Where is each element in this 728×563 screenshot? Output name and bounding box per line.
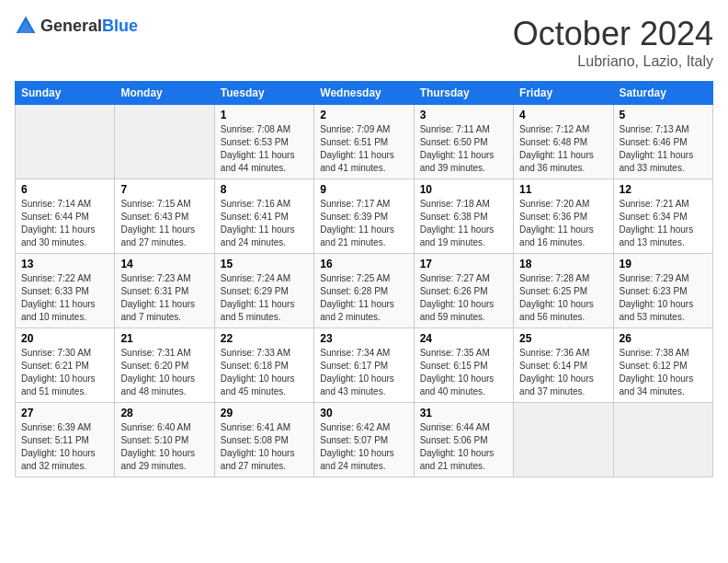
day-info: Sunrise: 6:42 AM Sunset: 5:07 PM Dayligh… (320, 421, 407, 473)
day-info: Sunrise: 6:40 AM Sunset: 5:10 PM Dayligh… (120, 421, 208, 473)
day-number: 10 (420, 183, 507, 196)
day-number: 29 (221, 407, 308, 419)
calendar-day-cell: 4Sunrise: 7:12 AM Sunset: 6:48 PM Daylig… (514, 105, 613, 179)
day-number: 21 (120, 332, 208, 345)
calendar-table: SundayMondayTuesdayWednesdayThursdayFrid… (15, 81, 713, 477)
calendar-day-cell (514, 403, 613, 477)
day-number: 12 (620, 183, 707, 196)
calendar-day-cell: 12Sunrise: 7:21 AM Sunset: 6:34 PM Dayli… (613, 179, 712, 254)
day-info: Sunrise: 7:22 AM Sunset: 6:33 PM Dayligh… (21, 272, 108, 324)
calendar-day-cell: 8Sunrise: 7:16 AM Sunset: 6:41 PM Daylig… (214, 179, 313, 254)
weekday-header-cell: Wednesday (314, 82, 414, 105)
calendar-day-cell (613, 403, 712, 477)
day-info: Sunrise: 7:28 AM Sunset: 6:25 PM Dayligh… (519, 272, 607, 324)
calendar-day-cell: 29Sunrise: 6:41 AM Sunset: 5:08 PM Dayli… (214, 403, 313, 477)
day-info: Sunrise: 7:15 AM Sunset: 6:43 PM Dayligh… (120, 198, 208, 249)
day-number: 4 (519, 109, 607, 121)
calendar-day-cell: 27Sunrise: 6:39 AM Sunset: 5:11 PM Dayli… (16, 403, 115, 477)
calendar-week-row: 20Sunrise: 7:30 AM Sunset: 6:21 PM Dayli… (16, 328, 713, 403)
calendar-day-cell: 11Sunrise: 7:20 AM Sunset: 6:36 PM Dayli… (514, 179, 613, 254)
day-info: Sunrise: 7:24 AM Sunset: 6:29 PM Dayligh… (221, 272, 308, 324)
day-info: Sunrise: 7:13 AM Sunset: 6:46 PM Dayligh… (620, 123, 707, 175)
day-number: 7 (120, 183, 208, 196)
day-info: Sunrise: 7:16 AM Sunset: 6:41 PM Dayligh… (221, 198, 308, 249)
weekday-header-cell: Tuesday (214, 82, 313, 105)
day-number: 9 (320, 183, 407, 196)
calendar-week-row: 6Sunrise: 7:14 AM Sunset: 6:44 PM Daylig… (16, 179, 713, 254)
day-info: Sunrise: 7:27 AM Sunset: 6:26 PM Dayligh… (420, 272, 507, 324)
weekday-header-cell: Thursday (414, 82, 513, 105)
day-info: Sunrise: 7:09 AM Sunset: 6:51 PM Dayligh… (320, 123, 407, 175)
day-info: Sunrise: 7:35 AM Sunset: 6:15 PM Dayligh… (420, 347, 507, 398)
day-number: 31 (420, 407, 507, 419)
day-number: 11 (519, 183, 607, 196)
weekday-header-cell: Friday (514, 82, 613, 105)
calendar-day-cell: 19Sunrise: 7:29 AM Sunset: 6:23 PM Dayli… (613, 254, 712, 328)
calendar-day-cell: 21Sunrise: 7:31 AM Sunset: 6:20 PM Dayli… (115, 328, 214, 403)
day-number: 17 (420, 258, 507, 270)
day-number: 25 (519, 332, 607, 345)
calendar-day-cell: 23Sunrise: 7:34 AM Sunset: 6:17 PM Dayli… (314, 328, 414, 403)
weekday-header-cell: Saturday (613, 82, 712, 105)
day-info: Sunrise: 7:31 AM Sunset: 6:20 PM Dayligh… (120, 347, 208, 398)
calendar-day-cell: 20Sunrise: 7:30 AM Sunset: 6:21 PM Dayli… (16, 328, 115, 403)
day-info: Sunrise: 7:25 AM Sunset: 6:28 PM Dayligh… (320, 272, 407, 324)
day-number: 15 (221, 258, 308, 270)
page-header: GeneralBlue October 2024 Lubriano, Lazio… (15, 15, 713, 70)
calendar-day-cell: 9Sunrise: 7:17 AM Sunset: 6:39 PM Daylig… (314, 179, 414, 254)
day-number: 14 (120, 258, 208, 270)
day-info: Sunrise: 7:34 AM Sunset: 6:17 PM Dayligh… (320, 347, 407, 398)
logo-text-general: General (40, 17, 102, 35)
calendar-day-cell: 7Sunrise: 7:15 AM Sunset: 6:43 PM Daylig… (115, 179, 214, 254)
calendar-day-cell: 25Sunrise: 7:36 AM Sunset: 6:14 PM Dayli… (514, 328, 613, 403)
day-info: Sunrise: 7:11 AM Sunset: 6:50 PM Dayligh… (420, 123, 507, 175)
calendar-day-cell: 24Sunrise: 7:35 AM Sunset: 6:15 PM Dayli… (414, 328, 513, 403)
day-info: Sunrise: 7:08 AM Sunset: 6:53 PM Dayligh… (221, 123, 308, 175)
logo-text-blue: Blue (102, 17, 138, 35)
calendar-day-cell: 13Sunrise: 7:22 AM Sunset: 6:33 PM Dayli… (16, 254, 115, 328)
day-number: 24 (420, 332, 507, 345)
day-info: Sunrise: 7:38 AM Sunset: 6:12 PM Dayligh… (620, 347, 707, 398)
calendar-day-cell: 26Sunrise: 7:38 AM Sunset: 6:12 PM Dayli… (613, 328, 712, 403)
day-number: 27 (21, 407, 108, 419)
calendar-day-cell: 2Sunrise: 7:09 AM Sunset: 6:51 PM Daylig… (314, 105, 414, 179)
day-info: Sunrise: 7:29 AM Sunset: 6:23 PM Dayligh… (620, 272, 707, 324)
weekday-header-cell: Sunday (16, 82, 115, 105)
calendar-day-cell: 5Sunrise: 7:13 AM Sunset: 6:46 PM Daylig… (613, 105, 712, 179)
day-info: Sunrise: 7:30 AM Sunset: 6:21 PM Dayligh… (21, 347, 108, 398)
day-number: 2 (320, 109, 407, 121)
title-block: October 2024 Lubriano, Lazio, Italy (513, 15, 713, 70)
day-number: 23 (320, 332, 407, 345)
day-info: Sunrise: 7:20 AM Sunset: 6:36 PM Dayligh… (519, 198, 607, 249)
day-info: Sunrise: 7:18 AM Sunset: 6:38 PM Dayligh… (420, 198, 507, 249)
weekday-header-cell: Monday (115, 82, 214, 105)
month-title: October 2024 (513, 15, 713, 53)
day-number: 5 (620, 109, 707, 121)
day-number: 26 (620, 332, 707, 345)
day-number: 20 (21, 332, 108, 345)
calendar-day-cell: 14Sunrise: 7:23 AM Sunset: 6:31 PM Dayli… (115, 254, 214, 328)
calendar-day-cell: 30Sunrise: 6:42 AM Sunset: 5:07 PM Dayli… (314, 403, 414, 477)
calendar-day-cell: 16Sunrise: 7:25 AM Sunset: 6:28 PM Dayli… (314, 254, 414, 328)
calendar-day-cell: 17Sunrise: 7:27 AM Sunset: 6:26 PM Dayli… (414, 254, 513, 328)
logo-icon (15, 15, 37, 37)
day-number: 6 (21, 183, 108, 196)
day-info: Sunrise: 7:14 AM Sunset: 6:44 PM Dayligh… (21, 198, 108, 249)
calendar-day-cell: 31Sunrise: 6:44 AM Sunset: 5:06 PM Dayli… (414, 403, 513, 477)
weekday-header-row: SundayMondayTuesdayWednesdayThursdayFrid… (16, 82, 713, 105)
day-info: Sunrise: 7:12 AM Sunset: 6:48 PM Dayligh… (519, 123, 607, 175)
calendar-day-cell: 22Sunrise: 7:33 AM Sunset: 6:18 PM Dayli… (214, 328, 313, 403)
calendar-day-cell: 3Sunrise: 7:11 AM Sunset: 6:50 PM Daylig… (414, 105, 513, 179)
day-info: Sunrise: 6:41 AM Sunset: 5:08 PM Dayligh… (221, 421, 308, 473)
calendar-body: 1Sunrise: 7:08 AM Sunset: 6:53 PM Daylig… (16, 105, 713, 477)
calendar-week-row: 27Sunrise: 6:39 AM Sunset: 5:11 PM Dayli… (16, 403, 713, 477)
day-info: Sunrise: 7:23 AM Sunset: 6:31 PM Dayligh… (120, 272, 208, 324)
calendar-day-cell: 18Sunrise: 7:28 AM Sunset: 6:25 PM Dayli… (514, 254, 613, 328)
day-number: 13 (21, 258, 108, 270)
day-number: 22 (221, 332, 308, 345)
calendar-day-cell (115, 105, 214, 179)
day-number: 1 (221, 109, 308, 121)
calendar-day-cell: 28Sunrise: 6:40 AM Sunset: 5:10 PM Dayli… (115, 403, 214, 477)
day-info: Sunrise: 6:44 AM Sunset: 5:06 PM Dayligh… (420, 421, 507, 473)
day-number: 8 (221, 183, 308, 196)
